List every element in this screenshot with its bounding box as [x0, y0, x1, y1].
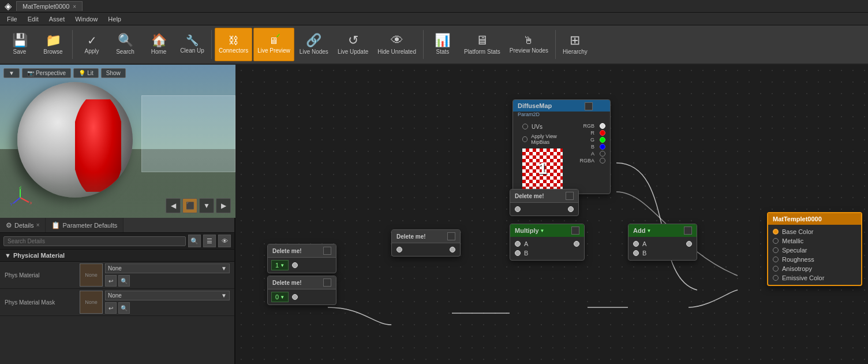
menu-file[interactable]: File [2, 14, 22, 24]
apply-button[interactable]: ✓ Apply [76, 28, 108, 61]
titlebar: ◈ MatTemplet0000 × [0, 0, 868, 13]
add-b-row: B [628, 248, 697, 258]
platform-stats-button[interactable]: 🖥 Platform Stats [460, 28, 504, 61]
add-a-pin[interactable] [633, 241, 639, 247]
emissive-pin[interactable] [773, 275, 779, 281]
hide-unrelated-button[interactable]: 👁 Hide Unrelated [373, 28, 420, 61]
live-nodes-button[interactable]: 🔗 Live Nodes [295, 28, 332, 61]
toolbar: 💾 Save 📁 Browse ✓ Apply 🔍 Search 🏠 Home … [0, 25, 868, 65]
base-color-pin[interactable] [773, 229, 779, 235]
details-view-options[interactable]: ☰ [203, 235, 216, 247]
phys-material-mask-browse[interactable]: 🔍 [118, 302, 130, 314]
diffuse-map-node[interactable]: DiffuseMap Param2D UVs Apply View MipBia… [512, 99, 611, 194]
viewport-btn-2[interactable]: ⬛ [182, 198, 197, 213]
details-search-input[interactable] [3, 236, 186, 246]
delete-node-1[interactable]: Delete me! 1 ▼ [267, 244, 336, 273]
tab-close[interactable]: × [73, 3, 76, 10]
tab-details[interactable]: ⚙ Details × [0, 218, 46, 232]
tab-parameter-defaults[interactable]: 📋 Parameter Defaults [46, 218, 124, 232]
add-b-pin[interactable] [633, 250, 639, 256]
node-graph[interactable]: DiffuseMap Param2D UVs Apply View MipBia… [235, 65, 868, 364]
rgba-pin[interactable] [600, 158, 605, 164]
multiply-output-pin[interactable] [574, 241, 579, 247]
preview-nodes-button[interactable]: 🖱 Preview Nodes [506, 28, 552, 61]
save-label: Save [13, 49, 27, 55]
lit-button[interactable]: 💡 Lit [73, 68, 99, 78]
show-button[interactable]: Show [101, 68, 126, 78]
delete-node-3[interactable]: Delete me! [391, 229, 461, 257]
node-resize-handle[interactable] [585, 102, 593, 110]
delete-node-4[interactable]: Delete me! [510, 189, 579, 216]
delete-node-4-output-pin[interactable] [568, 206, 574, 212]
editor-tab[interactable]: MatTemplet0000 × [16, 1, 83, 11]
viewport-btn-4[interactable]: ▶ [216, 198, 231, 213]
multiply-node[interactable]: Multiply ▼ A B [510, 224, 585, 261]
hierarchy-button[interactable]: ⊞ Hierarchy [559, 28, 592, 61]
g-pin[interactable] [600, 137, 605, 143]
value-box-2[interactable]: 0 ▼ [271, 292, 289, 302]
browse-button[interactable]: 📁 Browse [37, 28, 69, 61]
phys-material-value: None None ▼ ↩ 🔍 [80, 263, 230, 287]
multiply-node-header: Multiply ▼ [510, 224, 584, 237]
live-preview-button[interactable]: 🖥 ✓ Live Preview [253, 28, 294, 61]
perspective-button[interactable]: 📷 Perspective [22, 68, 71, 78]
anisotropy-pin[interactable] [773, 266, 779, 272]
delete-node-2[interactable]: Delete me! 0 ▼ [267, 276, 336, 305]
rgba-label: RGBA [579, 158, 594, 164]
viewport-btn-1[interactable]: ◀ [166, 198, 181, 213]
menu-help[interactable]: Help [103, 14, 126, 24]
phys-material-browse[interactable]: 🔍 [118, 275, 130, 287]
connectors-button[interactable]: ⛓ Connectors [215, 28, 252, 61]
multiply-b-pin[interactable] [515, 250, 521, 256]
menu-asset[interactable]: Asset [44, 14, 70, 24]
add-b-label: B [642, 250, 646, 257]
ue-logo: ◈ [5, 1, 12, 12]
cleanup-button[interactable]: 🔧 Clean Up [176, 28, 208, 61]
dropdown-arrow-icon-4: ▼ [280, 295, 285, 300]
viewport-btn-3[interactable]: ▼ [199, 198, 214, 213]
specular-pin[interactable] [773, 247, 779, 253]
phys-material-mask-select[interactable]: None ▼ [105, 291, 230, 300]
menu-edit[interactable]: Edit [23, 14, 43, 24]
tab-details-close[interactable]: × [36, 222, 40, 228]
add-node[interactable]: Add ▼ A B [628, 224, 697, 261]
rgb-label: RGB [583, 123, 594, 129]
value-box-1[interactable]: 1 ▼ [271, 260, 289, 270]
multiply-a-pin[interactable] [515, 241, 521, 247]
r-pin[interactable] [600, 130, 605, 136]
home-button[interactable]: 🏠 Home [143, 28, 175, 61]
material-node[interactable]: MatTemplet0000 Base Color Metallic Specu… [767, 212, 862, 286]
delete-node-3-output-pin[interactable] [450, 247, 455, 252]
b-pin[interactable] [600, 144, 605, 150]
delete-node-2-icon[interactable] [323, 278, 331, 287]
multiply-icon-btn[interactable] [571, 226, 579, 235]
phys-material-select[interactable]: None ▼ [105, 263, 230, 273]
phys-material-reset[interactable]: ↩ [105, 275, 117, 287]
save-button[interactable]: 💾 Save [3, 28, 36, 61]
delete-node-1-icon[interactable] [323, 247, 331, 255]
viewport[interactable]: X Z Y ▼ 📷 Perspective 💡 Lit [0, 65, 235, 218]
details-filter-button[interactable]: 👁 [218, 235, 231, 247]
delete-node-4-icon[interactable] [566, 192, 574, 200]
delete-node-4-input-pin[interactable] [515, 206, 521, 212]
add-output-pin[interactable] [686, 241, 692, 247]
menu-window[interactable]: Window [70, 14, 102, 24]
add-icon-btn[interactable] [684, 226, 692, 235]
metallic-pin[interactable] [773, 238, 779, 244]
delete-node-2-output-pin[interactable] [292, 294, 298, 300]
delete-node-1-output-pin[interactable] [292, 262, 298, 268]
search-button[interactable]: 🔍 Search [109, 28, 141, 61]
stats-button[interactable]: 📊 Stats [426, 28, 459, 61]
phys-material-mask-reset[interactable]: ↩ [105, 302, 117, 314]
mipbias-input-row: Apply View MipBias [518, 132, 577, 146]
delete-node-3-title: Delete me! [396, 233, 426, 240]
roughness-pin[interactable] [773, 257, 779, 262]
delete-node-3-icon[interactable] [447, 232, 455, 240]
a-pin[interactable] [600, 151, 605, 157]
live-update-button[interactable]: ↺ Live Update [334, 28, 372, 61]
physical-material-section[interactable]: ▼ Physical Material [0, 250, 234, 262]
viewport-mode-dropdown[interactable]: ▼ [3, 68, 20, 78]
delete-node-3-input-pin[interactable] [396, 247, 402, 252]
rgb-pin[interactable] [600, 123, 605, 129]
search-submit-button[interactable]: 🔍 [188, 235, 201, 247]
